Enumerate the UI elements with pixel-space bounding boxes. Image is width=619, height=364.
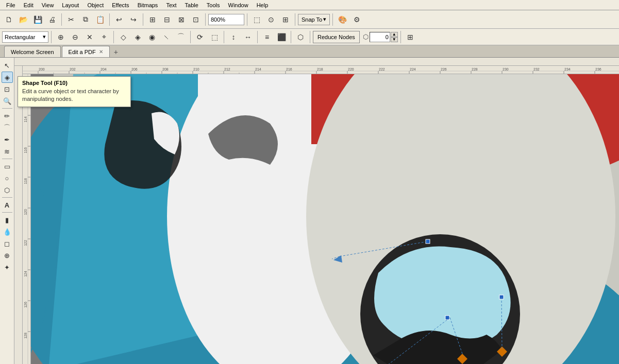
- canvas-svg: [23, 66, 619, 364]
- tool-ellipse[interactable]: ○: [2, 172, 13, 184]
- shape-sep-6: [291, 31, 291, 43]
- reverse-curve-button[interactable]: ⟳: [193, 30, 207, 44]
- tool-smear[interactable]: ≋: [2, 146, 13, 157]
- menu-object[interactable]: Object: [83, 1, 108, 9]
- tool-crop[interactable]: ⊡: [2, 83, 13, 95]
- node-smooth-button[interactable]: ◈: [131, 30, 144, 44]
- svg-text:200: 200: [39, 67, 45, 71]
- menu-help[interactable]: Help: [253, 1, 273, 9]
- rulers-button[interactable]: ⊞: [279, 13, 292, 26]
- paste-button[interactable]: 📋: [93, 13, 107, 26]
- import-button[interactable]: ⊞: [146, 13, 159, 26]
- redo-button[interactable]: ↪: [127, 13, 140, 26]
- menu-layout[interactable]: Layout: [58, 1, 83, 9]
- node-rotate-button[interactable]: ↔: [241, 30, 255, 44]
- color-mgmt-button[interactable]: 🎨: [336, 13, 349, 26]
- view-mode-button[interactable]: ⬚: [250, 13, 263, 26]
- tab-add-button[interactable]: +: [111, 47, 121, 57]
- svg-text:228: 228: [472, 67, 478, 71]
- svg-text:128: 128: [24, 333, 27, 339]
- toolbar-main: 🗋 📂 💾 🖨 ✂ ⧉ 📋 ↩ ↪ ⊞ ⊟ ⊠ ⊡ 800% ⬚ ⊙ ⊞ Sna…: [0, 10, 619, 29]
- canvas-area[interactable]: 200 202 204 206 208 210 212 214: [23, 66, 619, 364]
- menu-view[interactable]: View: [38, 1, 58, 9]
- tool-polygon[interactable]: ⬡: [2, 184, 13, 196]
- node-decrement-button[interactable]: ▼: [391, 37, 398, 42]
- shape-sep-3: [190, 31, 191, 43]
- menu-text[interactable]: Text: [162, 1, 180, 9]
- snap-arrow-icon: ▾: [323, 16, 326, 23]
- tool-bezier[interactable]: ⌒: [2, 122, 13, 133]
- tool-zoom[interactable]: 🔍: [2, 95, 13, 107]
- snap-to-button[interactable]: Snap To ▾: [298, 14, 330, 25]
- break-curve-button[interactable]: ✕: [83, 30, 96, 44]
- tool-selector[interactable]: ↖: [2, 60, 13, 71]
- new-button[interactable]: 🗋: [2, 13, 15, 26]
- wireframe-button[interactable]: ⊙: [264, 13, 278, 26]
- copy-button[interactable]: ⧉: [79, 13, 92, 26]
- cut-button[interactable]: ✂: [64, 13, 78, 26]
- marquee-button[interactable]: ⬡: [294, 30, 307, 44]
- toolbox-sep-3: [2, 197, 12, 198]
- node-cusp-button[interactable]: ◇: [116, 30, 130, 44]
- undo-button[interactable]: ↩: [112, 13, 126, 26]
- menu-window[interactable]: Window: [224, 1, 253, 9]
- menu-bitmaps[interactable]: Bitmaps: [133, 1, 162, 9]
- menu-table[interactable]: Table: [181, 1, 203, 9]
- export-button[interactable]: ⊟: [160, 13, 174, 26]
- align-nodes-button[interactable]: ≡: [260, 30, 274, 44]
- shape-type-select[interactable]: Rectangular ▾: [2, 31, 48, 43]
- menu-file[interactable]: File: [2, 1, 20, 9]
- svg-text:236: 236: [595, 67, 601, 71]
- toolbar-sep-7: [332, 13, 333, 26]
- tab-close-icon[interactable]: ✕: [99, 49, 103, 55]
- svg-text:206: 206: [131, 67, 138, 71]
- tool-rectangle[interactable]: ▭: [2, 161, 13, 172]
- shape-type-label: Rectangular: [5, 34, 35, 40]
- shape-sep-5: [257, 31, 258, 43]
- tool-connector[interactable]: ⊕: [2, 250, 13, 261]
- shape-extra-button[interactable]: ⊞: [404, 30, 417, 44]
- tool-eraser[interactable]: ◻: [2, 238, 13, 249]
- curve-seg-button[interactable]: ⌒: [174, 30, 188, 44]
- svg-rect-1: [14, 66, 23, 364]
- export-pdf-button[interactable]: ⊠: [175, 13, 188, 26]
- node-value-input[interactable]: [370, 32, 390, 42]
- select-arrow-icon: ▾: [43, 33, 46, 40]
- tool-fill[interactable]: ▮: [2, 214, 13, 226]
- add-node-button[interactable]: ⊕: [54, 30, 68, 44]
- print-button[interactable]: 🖨: [45, 13, 59, 26]
- remove-node-button[interactable]: ⊖: [69, 30, 82, 44]
- tool-blend[interactable]: ✦: [2, 262, 13, 273]
- join-nodes-button[interactable]: ⌖: [97, 30, 111, 44]
- menu-edit[interactable]: Edit: [20, 1, 38, 9]
- tab-welcome-screen[interactable]: Welcome Screen: [4, 46, 61, 57]
- node-symmetric-button[interactable]: ◉: [145, 30, 159, 44]
- select-all-nodes-button[interactable]: ⬛: [275, 30, 288, 44]
- line-seg-button[interactable]: ⟍: [160, 30, 173, 44]
- publish-button[interactable]: ⊡: [189, 13, 203, 26]
- save-button[interactable]: 💾: [31, 13, 44, 26]
- tool-text[interactable]: A: [2, 199, 13, 211]
- color-settings-button[interactable]: ⚙: [350, 13, 363, 26]
- svg-text:232: 232: [533, 67, 540, 71]
- extract-subpath-button[interactable]: ⬚: [208, 30, 221, 44]
- tool-eyedropper[interactable]: 💧: [2, 226, 13, 237]
- menu-effects[interactable]: Effects: [108, 1, 133, 9]
- tool-shape[interactable]: ◈: [2, 72, 13, 83]
- tool-freehand[interactable]: ✏: [2, 110, 13, 122]
- tab-bar: Welcome Screen Edit a PDF ✕ +: [0, 45, 619, 58]
- toolbar-sep-3: [143, 13, 143, 26]
- node-stretch-button[interactable]: ↕: [227, 30, 240, 44]
- reduce-nodes-button[interactable]: Reduce Nodes: [313, 31, 360, 43]
- svg-text:218: 218: [317, 67, 323, 71]
- open-button[interactable]: 📂: [16, 13, 30, 26]
- svg-text:116: 116: [24, 147, 27, 153]
- toolbox-sep-1: [2, 108, 12, 109]
- ruler-left: [14, 66, 23, 364]
- zoom-input[interactable]: 800%: [208, 14, 244, 25]
- tool-calligraphy[interactable]: ✒: [2, 134, 13, 145]
- node-increment-button[interactable]: ▲: [391, 32, 398, 37]
- menu-tools[interactable]: Tools: [203, 1, 224, 9]
- tab-edit-pdf[interactable]: Edit a PDF ✕: [62, 46, 110, 57]
- node-value-group: ⬡ ▲ ▼: [363, 32, 398, 42]
